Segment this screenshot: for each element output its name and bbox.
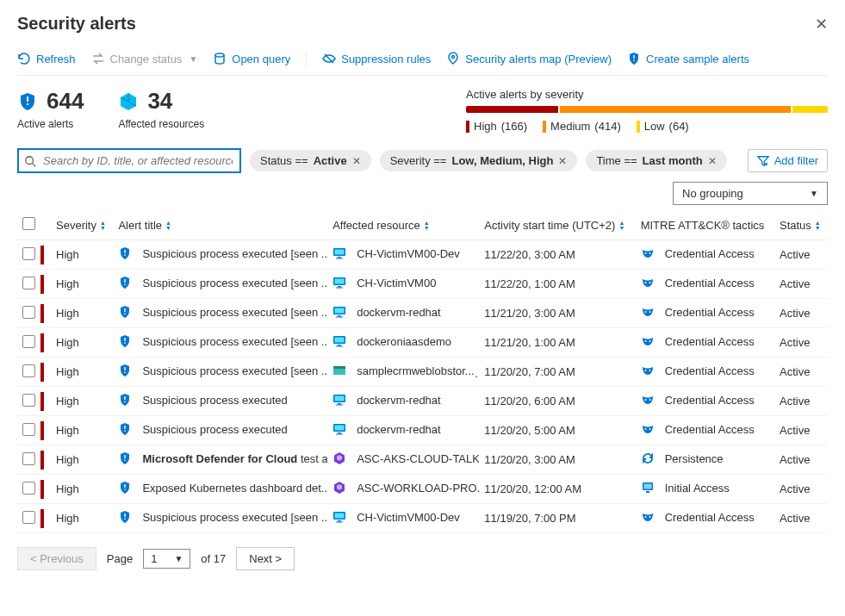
- svg-rect-32: [125, 343, 126, 344]
- cell-status: Active: [774, 504, 828, 533]
- cell-status: Active: [774, 240, 828, 270]
- resource-icon: [332, 422, 346, 436]
- change-status-button[interactable]: Change status ▼: [91, 52, 198, 65]
- svg-rect-24: [125, 314, 126, 314]
- row-checkbox[interactable]: [22, 452, 35, 465]
- svg-rect-16: [125, 284, 126, 285]
- table-row[interactable]: HighMicrosoft Defender for Cloud test al…: [17, 445, 828, 475]
- query-icon: [213, 52, 227, 65]
- legend-low[interactable]: Low (64): [637, 120, 689, 133]
- table-row[interactable]: HighSuspicious process executed [seen ..…: [17, 328, 828, 358]
- row-checkbox[interactable]: [22, 482, 35, 495]
- cell-status: Active: [774, 445, 828, 475]
- col-time[interactable]: Activity start time (UTC+2)▲▼: [479, 210, 635, 240]
- cell-title: Suspicious process executed: [113, 416, 327, 445]
- cell-title: Suspicious process executed [seen ...: [113, 240, 327, 270]
- cell-time: 11/21/20, 3:00 AM: [479, 299, 635, 328]
- resource-icon: [332, 305, 346, 319]
- severity-stripe: [40, 333, 44, 352]
- search-input[interactable]: [41, 153, 234, 168]
- refresh-button[interactable]: Refresh: [17, 52, 76, 65]
- legend-high[interactable]: High (166): [466, 120, 527, 133]
- svg-rect-64: [125, 489, 126, 490]
- grouping-select[interactable]: No grouping ▼: [673, 182, 828, 205]
- row-checkbox[interactable]: [22, 306, 35, 319]
- page-select[interactable]: 1 ▼: [143, 549, 190, 569]
- row-checkbox[interactable]: [22, 335, 35, 348]
- row-checkbox[interactable]: [22, 511, 35, 524]
- suppression-rules-button[interactable]: Suppression rules: [322, 52, 431, 65]
- legend-medium[interactable]: Medium (414): [543, 120, 621, 133]
- svg-rect-28: [336, 317, 343, 318]
- tactic-icon: [641, 246, 655, 260]
- table-row[interactable]: HighSuspicious process executed [seen ..…: [17, 358, 828, 387]
- remove-filter-icon[interactable]: ✕: [558, 155, 567, 167]
- svg-rect-18: [335, 279, 345, 284]
- svg-rect-58: [336, 434, 343, 435]
- resource-icon: [332, 246, 346, 260]
- table-row[interactable]: HighSuspicious process executed [seen ..…: [17, 270, 828, 299]
- row-checkbox[interactable]: [22, 394, 35, 407]
- add-filter-button[interactable]: Add filter: [748, 149, 828, 172]
- shield-icon: [118, 422, 132, 436]
- filter-pill-severity[interactable]: Severity == Low, Medium, High ✕: [380, 150, 578, 171]
- row-checkbox[interactable]: [22, 423, 35, 436]
- row-checkbox[interactable]: [22, 364, 35, 377]
- divider: [306, 51, 307, 66]
- shield-icon: [118, 305, 132, 319]
- cell-time: 11/22/20, 3:00 AM: [479, 240, 635, 270]
- table-row[interactable]: HighSuspicious process executed [seen ..…: [17, 240, 828, 270]
- table-row[interactable]: HighSuspicious process executed [seen ..…: [17, 504, 828, 533]
- row-checkbox[interactable]: [22, 277, 35, 289]
- svg-rect-20: [336, 288, 343, 289]
- col-title[interactable]: Alert title▲▼: [113, 210, 327, 240]
- filter-pill-time[interactable]: Time == Last month ✕: [586, 150, 726, 171]
- affected-resources-value: 34: [147, 88, 172, 115]
- cell-resource: dockervm-redhat: [327, 299, 479, 328]
- remove-filter-icon[interactable]: ✕: [352, 155, 361, 167]
- create-sample-button[interactable]: Create sample alerts: [627, 52, 749, 65]
- svg-point-38: [649, 340, 650, 342]
- tactic-icon: [641, 422, 655, 436]
- resource-icon: [332, 334, 346, 348]
- search-input-wrapper[interactable]: [17, 148, 241, 173]
- cell-severity: High: [51, 270, 113, 299]
- svg-rect-35: [338, 345, 341, 346]
- chevron-down-icon: ▼: [189, 54, 197, 64]
- row-checkbox[interactable]: [22, 247, 35, 260]
- close-icon[interactable]: ✕: [815, 15, 828, 34]
- alerts-map-button[interactable]: Security alerts map (Preview): [446, 52, 612, 65]
- cell-title: Suspicious process executed [seen ...: [113, 299, 327, 328]
- remove-filter-icon[interactable]: ✕: [708, 155, 717, 167]
- svg-point-14: [649, 252, 650, 254]
- swatch-medium: [543, 121, 546, 133]
- toolbar: Refresh Change status ▼ Open query Suppr…: [17, 51, 828, 76]
- cell-tactic: Credential Access: [636, 240, 774, 270]
- filter-pill-status[interactable]: Status == Active ✕: [250, 150, 371, 171]
- shield-icon: [118, 334, 132, 348]
- col-tactics[interactable]: MITRE ATT&CK® tactics: [636, 210, 774, 240]
- svg-rect-2: [633, 55, 634, 59]
- refresh-icon: [17, 52, 31, 65]
- severity-stripe: [40, 509, 44, 528]
- next-button[interactable]: Next >: [236, 547, 295, 570]
- cell-tactic: Credential Access: [636, 387, 774, 416]
- search-icon: [24, 155, 36, 167]
- col-resource[interactable]: Affected resource▲▼: [327, 210, 479, 240]
- cell-tactic: Credential Access: [636, 504, 774, 533]
- table-row[interactable]: HighExposed Kubernetes dashboard det...A…: [17, 475, 828, 504]
- cell-resource: CH-VictimVM00-Dev: [327, 504, 479, 533]
- table-row[interactable]: HighSuspicious process executeddockervm-…: [17, 416, 828, 445]
- cell-title: Exposed Kubernetes dashboard det...: [113, 475, 327, 504]
- select-all-checkbox[interactable]: [22, 217, 35, 230]
- tactic-icon: [641, 510, 655, 524]
- table-row[interactable]: HighSuspicious process executed [seen ..…: [17, 299, 828, 328]
- previous-button[interactable]: < Previous: [17, 547, 96, 570]
- tactic-icon: [641, 334, 655, 348]
- table-row[interactable]: HighSuspicious process executeddockervm-…: [17, 387, 828, 416]
- col-severity[interactable]: Severity▲▼: [51, 210, 113, 240]
- cell-title: Suspicious process executed [seen ...: [113, 270, 327, 299]
- col-status[interactable]: Status▲▼: [774, 210, 828, 240]
- open-query-button[interactable]: Open query: [213, 52, 290, 65]
- shield-icon: [118, 393, 132, 407]
